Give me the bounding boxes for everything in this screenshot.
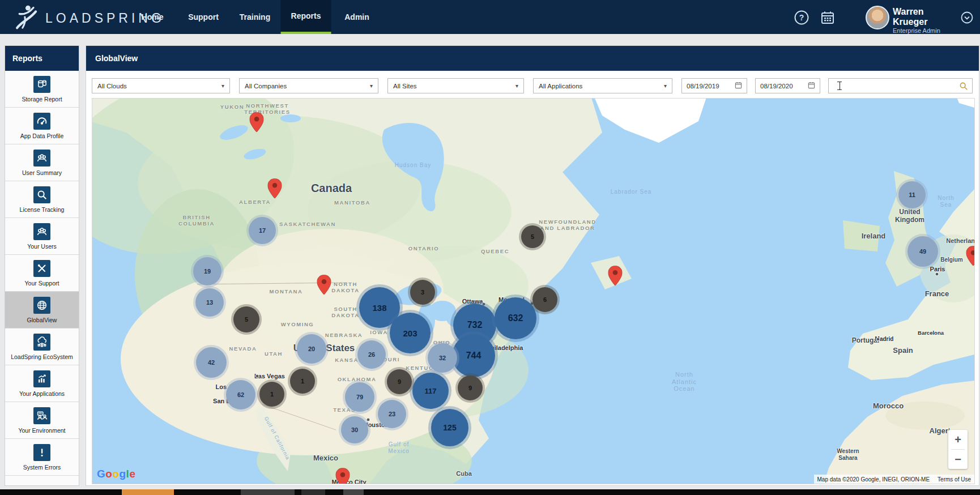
zoom-in-button[interactable]: + [948, 430, 968, 449]
filter-select-all-applications[interactable]: All Applications [533, 78, 672, 93]
map-pin[interactable] [966, 246, 975, 268]
alert-icon [33, 444, 50, 461]
map-cluster[interactable]: 17 [249, 217, 276, 244]
date-to-field[interactable]: 08/19/2020 [755, 78, 820, 93]
nav-item-reports[interactable]: Reports [281, 0, 331, 34]
video-segment-gray [241, 489, 295, 495]
sidebar-item-app-data-profile[interactable]: App Data Profile [5, 108, 79, 144]
map-pin[interactable] [317, 275, 331, 297]
map-cluster[interactable]: 30 [341, 416, 368, 443]
sidebar-item-label: Storage Report [22, 96, 62, 103]
sidebar-item-user-summary[interactable]: User Summary [5, 144, 79, 181]
sidebar-item-system-errors[interactable]: System Errors [5, 439, 79, 476]
map-cluster[interactable]: 117 [412, 373, 449, 409]
map-cluster[interactable]: 6 [532, 287, 557, 312]
map-cluster[interactable]: 23 [378, 400, 406, 428]
page-title: GlobalView [86, 46, 979, 71]
help-icon[interactable]: ? [794, 10, 809, 25]
sidebar-item-license-tracking[interactable]: License Tracking [5, 181, 79, 218]
city-dot [876, 338, 880, 342]
map-cluster[interactable]: 9 [458, 375, 483, 400]
map-cluster[interactable]: 3 [410, 280, 435, 305]
sidebar-title: Reports [5, 46, 79, 71]
loadspring-logo-icon [15, 3, 40, 33]
city-dot [935, 272, 939, 276]
sidebar-item-label: Your Support [25, 280, 59, 287]
map-cluster[interactable]: 11 [898, 181, 926, 208]
sidebar-item-label: License Tracking [20, 206, 65, 213]
sidebar-item-label: User Summary [22, 169, 62, 176]
zoom-out-button[interactable]: − [948, 450, 968, 469]
google-logo[interactable]: Google [97, 468, 135, 480]
sidebar-item-storage-report[interactable]: Storage Report [5, 71, 79, 108]
chart-icon [33, 370, 50, 387]
calendar-icon[interactable] [735, 82, 742, 90]
search-input[interactable] [828, 78, 973, 93]
sidebar-item-globalview[interactable]: GlobalView [5, 292, 79, 328]
date-from-field[interactable]: 08/19/2019 [681, 78, 747, 93]
map-cluster[interactable]: 1 [290, 369, 315, 394]
calendar-icon[interactable] [808, 82, 815, 90]
map-base-art [92, 99, 974, 484]
sidebar-item-your-environment[interactable]: Your Environment [5, 402, 79, 439]
map-cluster[interactable]: 62 [226, 380, 255, 409]
sidebar-item-label: Your Users [27, 243, 57, 250]
sidebar-item-label: LoadSpring EcoSystem [11, 353, 73, 360]
sidebar-item-loadspring-ecosystem[interactable]: LoadSpring EcoSystem [5, 328, 79, 365]
map-cluster[interactable]: 49 [907, 236, 938, 267]
users-icon [33, 150, 50, 167]
city-dot [255, 374, 259, 378]
map-cluster[interactable]: 1 [259, 382, 284, 407]
nav-item-home[interactable]: Home [131, 0, 174, 34]
filter-select-all-companies[interactable]: All Companies [239, 78, 378, 93]
map-cluster[interactable]: 5 [521, 225, 544, 248]
sidebar-item-label: App Data Profile [20, 133, 63, 139]
filter-select-value: All Applications [539, 83, 659, 89]
map-pin[interactable] [336, 468, 350, 484]
map-cluster[interactable]: 9 [387, 369, 412, 394]
map-cluster[interactable]: 203 [390, 313, 431, 353]
sidebar-item-your-applications[interactable]: Your Applications [5, 365, 79, 402]
top-navbar: LOADSPRING HomeSupportTrainingReportsAdm… [0, 0, 980, 34]
map-cluster[interactable]: 744 [452, 334, 495, 377]
user-avatar[interactable] [866, 6, 889, 29]
map-cluster[interactable]: 79 [345, 382, 374, 412]
calendar-icon[interactable] [820, 10, 835, 25]
filter-select-value: All Clouds [97, 83, 217, 89]
map-cluster[interactable]: 5 [233, 306, 259, 332]
map-cluster[interactable]: 20 [297, 334, 326, 364]
sidebar-item-your-support[interactable]: Your Support [5, 255, 79, 292]
map-cluster[interactable]: 42 [196, 347, 227, 378]
sidebar-item-your-users[interactable]: Your Users [5, 218, 79, 255]
map-pin[interactable] [250, 112, 264, 134]
map-cluster[interactable]: 26 [357, 340, 386, 369]
map-pin[interactable] [268, 178, 282, 200]
filter-select-value: All Sites [393, 83, 511, 89]
filter-bar: All CloudsAll CompaniesAll SitesAll Appl… [92, 78, 973, 93]
globalview-map[interactable]: CanadaUnited StatesMexicoCubaYUKONNORTHW… [92, 98, 975, 484]
filter-select-all-clouds[interactable]: All Clouds [92, 78, 230, 93]
nav-item-training[interactable]: Training [229, 0, 280, 34]
tools-icon [33, 260, 50, 277]
map-cluster[interactable]: 19 [193, 257, 221, 285]
map-cluster[interactable]: 13 [195, 288, 224, 317]
map-cluster[interactable]: 125 [431, 409, 468, 446]
video-segment-orange [122, 489, 174, 495]
map-cluster[interactable]: 632 [495, 297, 536, 339]
video-progress-bar[interactable] [0, 489, 980, 495]
search-icon [33, 186, 50, 203]
chevron-down-icon[interactable] [961, 11, 973, 26]
video-segment-gray [301, 489, 325, 495]
database-icon [33, 76, 50, 93]
filter-select-all-sites[interactable]: All Sites [387, 78, 524, 93]
city-dot [367, 418, 370, 422]
nav-item-support[interactable]: Support [178, 0, 229, 34]
user-role: Enterprise Admin [893, 27, 956, 34]
search-icon[interactable] [959, 82, 968, 93]
map-cluster[interactable]: 32 [428, 343, 457, 373]
sidebar-item-label: Your Environment [18, 427, 65, 434]
terms-of-use-link[interactable]: Terms of Use [938, 476, 971, 483]
filter-select-value: All Companies [245, 83, 365, 89]
map-pin[interactable] [608, 266, 623, 288]
nav-item-admin[interactable]: Admin [334, 0, 380, 34]
